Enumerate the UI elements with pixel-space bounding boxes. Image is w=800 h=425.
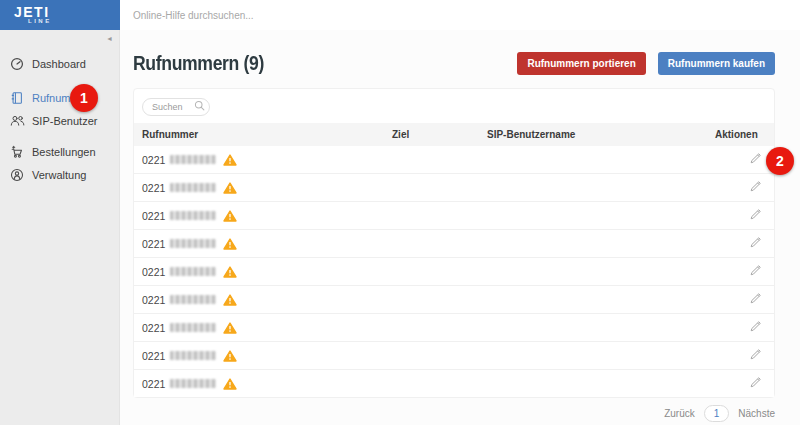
table-row: 0221 <box>134 258 774 286</box>
number-prefix: 0221 <box>142 378 165 390</box>
table-row: 0221 <box>134 174 774 202</box>
rufnummer-cell: 0221 <box>142 154 392 166</box>
rufnummer-cell: 0221 <box>142 322 392 334</box>
masked-number <box>170 211 216 220</box>
masked-number <box>170 239 216 248</box>
table-row: 0221 <box>134 202 774 230</box>
table-row: 0221 <box>134 230 774 258</box>
annotation-step-2-badge: 2 <box>766 147 794 175</box>
table-body: 0221 0221 <box>134 146 774 397</box>
online-help-search-input[interactable] <box>120 0 800 30</box>
rufnummer-cell: 0221 <box>142 350 392 362</box>
port-numbers-button[interactable]: Rufnummern portieren <box>517 52 645 75</box>
main-content: Rufnummern (9) Rufnummern portieren Rufn… <box>120 30 800 425</box>
sidebar-item-label: Verwaltung <box>32 169 86 181</box>
pagination-next-link[interactable]: Nächste <box>738 408 775 419</box>
edit-pencil-icon[interactable] <box>749 348 762 361</box>
number-prefix: 0221 <box>142 266 165 278</box>
sidebar-item-rufnummern[interactable]: Rufnummern <box>0 86 119 109</box>
column-header-rufnummer: Rufnummer <box>142 129 392 140</box>
sidebar-item-bestellungen[interactable]: Bestellungen <box>0 140 119 163</box>
edit-pencil-icon[interactable] <box>749 152 762 165</box>
rufnummer-cell: 0221 <box>142 378 392 390</box>
warning-icon <box>223 266 237 278</box>
edit-pencil-icon[interactable] <box>749 236 762 249</box>
sidebar-item-verwaltung[interactable]: Verwaltung <box>0 163 119 186</box>
aktionen-cell <box>715 348 766 363</box>
aktionen-cell <box>715 152 766 167</box>
column-header-sip-benutzername: SIP-Benutzername <box>487 129 715 140</box>
warning-icon <box>223 350 237 362</box>
edit-pencil-icon[interactable] <box>749 208 762 221</box>
table-row: 0221 <box>134 146 774 174</box>
sidebar-item-label: Bestellungen <box>32 146 96 158</box>
column-header-ziel: Ziel <box>392 129 487 140</box>
number-prefix: 0221 <box>142 154 165 166</box>
sidebar-collapse-icon[interactable]: ◄ <box>106 35 113 42</box>
users-icon <box>9 114 25 127</box>
edit-pencil-icon[interactable] <box>749 180 762 193</box>
number-prefix: 0221 <box>142 322 165 334</box>
page-title: Rufnummern (9) <box>133 52 264 75</box>
numbers-table-panel: Rufnummer Ziel SIP-Benutzername Aktionen… <box>133 88 775 398</box>
number-prefix: 0221 <box>142 294 165 306</box>
aktionen-cell <box>715 376 766 391</box>
rufnummer-cell: 0221 <box>142 210 392 222</box>
masked-number <box>170 155 216 164</box>
warning-icon <box>223 154 237 166</box>
edit-pencil-icon[interactable] <box>749 264 762 277</box>
edit-pencil-icon[interactable] <box>749 376 762 389</box>
masked-number <box>170 267 216 276</box>
search-icon <box>194 100 205 111</box>
table-row: 0221 <box>134 314 774 342</box>
rufnummer-cell: 0221 <box>142 238 392 250</box>
aktionen-cell <box>715 264 766 279</box>
masked-number <box>170 379 216 388</box>
page-header: Rufnummern (9) Rufnummern portieren Rufn… <box>133 52 775 75</box>
warning-icon <box>223 238 237 250</box>
warning-icon <box>223 182 237 194</box>
aktionen-cell <box>715 292 766 307</box>
brand-logo[interactable]: JETI LINE <box>0 0 120 30</box>
edit-pencil-icon[interactable] <box>749 292 762 305</box>
table-row: 0221 <box>134 286 774 314</box>
sidebar: ◄ Dashboard Rufnummern SIP-Benutzer <box>0 30 120 425</box>
masked-number <box>170 323 216 332</box>
aktionen-cell <box>715 208 766 223</box>
brand-logo-subtext: LINE <box>28 18 120 25</box>
pagination: Zurück 1 Nächste <box>133 405 775 422</box>
table-row: 0221 <box>134 370 774 397</box>
warning-icon <box>223 322 237 334</box>
rufnummer-cell: 0221 <box>142 266 392 278</box>
pagination-prev-link[interactable]: Zurück <box>664 408 695 419</box>
table-search-area <box>134 89 774 123</box>
masked-number <box>170 295 216 304</box>
aktionen-cell <box>715 180 766 195</box>
column-header-aktionen: Aktionen <box>715 129 782 140</box>
warning-icon <box>223 378 237 390</box>
aktionen-cell <box>715 320 766 335</box>
gauge-icon <box>9 57 25 71</box>
person-circle-icon <box>9 168 25 182</box>
table-row: 0221 <box>134 342 774 370</box>
warning-icon <box>223 210 237 222</box>
number-prefix: 0221 <box>142 238 165 250</box>
sidebar-nav: Dashboard Rufnummern SIP-Benutzer <box>0 30 119 186</box>
sidebar-item-dashboard[interactable]: Dashboard <box>0 52 119 75</box>
header-buttons: Rufnummern portieren Rufnummern kaufen <box>517 52 775 75</box>
sidebar-item-label: SIP-Benutzer <box>32 115 97 127</box>
edit-pencil-icon[interactable] <box>749 320 762 333</box>
rufnummer-cell: 0221 <box>142 294 392 306</box>
buy-numbers-button[interactable]: Rufnummern kaufen <box>658 52 775 75</box>
annotation-step-1-badge: 1 <box>70 84 98 112</box>
aktionen-cell <box>715 236 766 251</box>
sidebar-item-sip-benutzer[interactable]: SIP-Benutzer <box>0 109 119 132</box>
number-prefix: 0221 <box>142 210 165 222</box>
masked-number <box>170 183 216 192</box>
pagination-current-page[interactable]: 1 <box>704 405 730 422</box>
number-prefix: 0221 <box>142 182 165 194</box>
rufnummer-cell: 0221 <box>142 182 392 194</box>
table-header-row: Rufnummer Ziel SIP-Benutzername Aktionen <box>134 123 774 146</box>
brand-logo-text: JETI <box>14 6 120 18</box>
number-prefix: 0221 <box>142 350 165 362</box>
